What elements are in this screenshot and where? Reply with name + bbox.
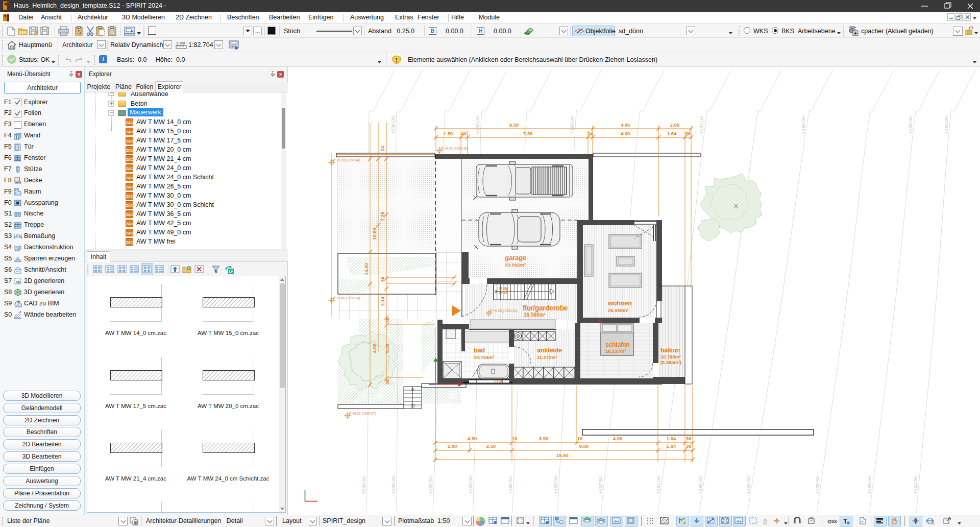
svg-text:1:100: 1:100	[176, 41, 185, 45]
svg-text:2D: 2D	[16, 280, 20, 284]
svg-text:36: 36	[384, 318, 390, 323]
svg-text:1.64: 1.64	[667, 131, 677, 136]
svg-text:19 stg: 19 stg	[499, 286, 508, 291]
svg-text:LV: LV	[229, 270, 233, 273]
svg-text:+200.50: +200.50	[361, 476, 366, 494]
svg-text:36: 36	[686, 436, 692, 441]
svg-text:+198.00: +198.00	[569, 116, 575, 134]
svg-text:5.38: 5.38	[384, 344, 390, 353]
svg-text:10.744m²: 10.744m²	[474, 354, 495, 360]
svg-text:+0.57 (+200.97): +0.57 (+200.97)	[352, 412, 376, 416]
svg-text:1.64: 1.64	[667, 443, 676, 449]
svg-text:+199.00: +199.00	[468, 476, 473, 494]
svg-text:1:0.49: 1:0.49	[494, 380, 503, 383]
svg-text:+196.00: +196.00	[746, 476, 751, 494]
svg-text:+196.50: +196.50	[697, 476, 703, 494]
svg-text:(5.384m²): (5.384m²)	[660, 360, 681, 365]
svg-text:ankleide: ankleide	[537, 346, 562, 354]
svg-text:4.90: 4.90	[613, 436, 623, 441]
svg-text:+195.00: +195.00	[867, 476, 872, 494]
svg-text:1.64: 1.64	[667, 436, 676, 441]
svg-text:2.00: 2.00	[670, 122, 680, 128]
svg-text:+0.00 (+200.10): +0.00 (+200.10)	[494, 309, 518, 313]
svg-text:16.237m²: 16.237m²	[605, 348, 626, 354]
svg-text:+198.00: +198.00	[553, 476, 558, 494]
svg-text:+198.50: +198.50	[507, 476, 513, 494]
svg-text:36: 36	[380, 277, 385, 282]
svg-text:@xx: @xx	[827, 519, 837, 524]
svg-text:11.272m²: 11.272m²	[537, 354, 557, 360]
svg-text:2.14: 2.14	[380, 296, 385, 306]
svg-text:24: 24	[587, 131, 593, 136]
svg-text:15.50: 15.50	[556, 452, 569, 458]
svg-text:36: 36	[685, 131, 691, 136]
svg-text:+194.50: +194.50	[913, 476, 918, 494]
svg-text:14.00: 14.00	[363, 263, 369, 275]
svg-text:+200.00: +200.00	[390, 116, 396, 134]
svg-text:T: T	[843, 517, 847, 525]
svg-text:40: 40	[461, 131, 467, 136]
svg-text:10: 10	[577, 436, 583, 441]
svg-text:wohnen: wohnen	[607, 299, 632, 307]
svg-text:garage: garage	[505, 254, 527, 261]
svg-text:53.092m²: 53.092m²	[505, 262, 526, 268]
svg-text:+197.00: +197.00	[699, 116, 704, 134]
svg-text:4.00: 4.00	[621, 122, 630, 128]
svg-text:+199.50: +199.50	[428, 476, 433, 494]
svg-text:9.00: 9.00	[579, 443, 589, 449]
svg-text:10.768m²: 10.768m²	[660, 354, 681, 360]
svg-text:+195.50: +195.50	[815, 476, 820, 494]
svg-text:+196.00: +196.00	[800, 116, 806, 134]
svg-text:10: 10	[512, 436, 518, 441]
svg-text:36: 36	[384, 379, 390, 385]
svg-text:2.00: 2.00	[448, 443, 457, 449]
svg-text:25.065m²: 25.065m²	[608, 307, 629, 313]
svg-text:18*28: 18*28	[499, 291, 507, 294]
svg-text:24: 24	[380, 146, 385, 151]
svg-text:16.580m²: 16.580m²	[524, 312, 546, 318]
svg-text:+0.46 (+200.84): +0.46 (+200.84)	[336, 296, 360, 300]
svg-text:36: 36	[686, 443, 692, 449]
svg-text:bad: bad	[474, 346, 485, 354]
svg-text:+0.39 (+200.44): +0.39 (+200.44)	[336, 158, 360, 162]
svg-text:10.00: 10.00	[372, 228, 377, 240]
svg-text:2.50: 2.50	[486, 443, 496, 449]
svg-text:7.26: 7.26	[380, 212, 385, 222]
svg-text:+195.00: +195.00	[908, 116, 913, 134]
svg-text:3.90: 3.90	[539, 436, 549, 441]
svg-text:+197.50: +197.50	[598, 476, 603, 494]
svg-text:+199.00: +199.00	[475, 116, 480, 134]
svg-text:1.50: 1.50	[444, 131, 453, 136]
svg-text:+197.00: +197.00	[655, 476, 661, 494]
svg-text:+200.00: +200.00	[390, 476, 396, 494]
svg-text:balkon: balkon	[660, 347, 680, 354]
svg-text:9.50: 9.50	[509, 122, 519, 128]
svg-text:4.90: 4.90	[372, 344, 377, 353]
svg-text:4.50: 4.50	[468, 436, 477, 441]
svg-text:+194.00: +194.00	[943, 116, 949, 134]
svg-text:4.00: 4.00	[621, 131, 630, 136]
svg-text:+0.49 (+200.49): +0.49 (+200.49)	[444, 147, 468, 151]
svg-text:7.36: 7.36	[523, 131, 533, 136]
svg-text:flur/garderobe: flur/garderobe	[523, 304, 568, 312]
svg-text:schlafen: schlafen	[605, 341, 630, 348]
